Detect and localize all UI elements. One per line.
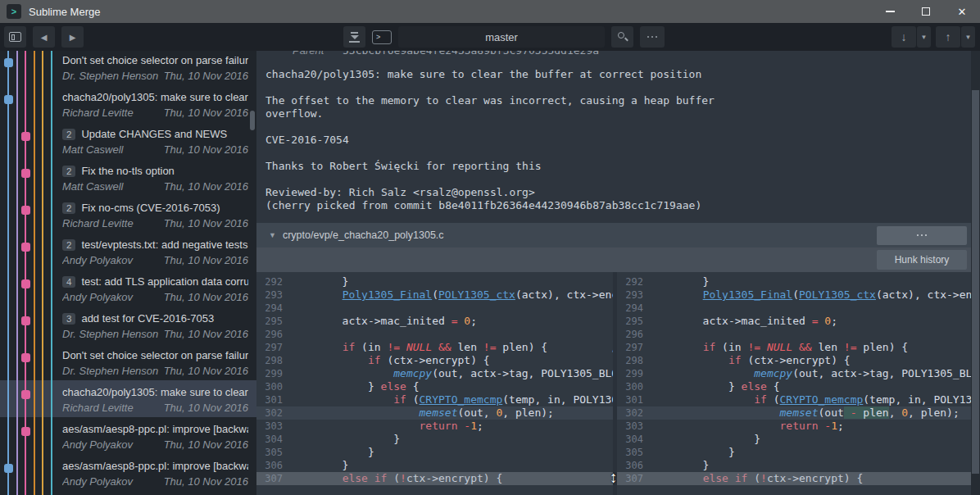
close-button[interactable]: ✕ [944, 0, 980, 23]
commit-date: Thu, 10 Nov 2016 [164, 107, 248, 119]
commit-row[interactable]: aes/asm/aesp8-ppc.pl: improve [backward]… [0, 454, 256, 491]
commit-author: Matt Caswell [62, 143, 123, 156]
code-text: if (in != NULL && len != plen) { /* tls [651, 341, 980, 354]
code-text: memcpy(out, actx->tag, POLY1305_BLOCK_S [651, 367, 980, 380]
resize-cursor-icon: ↕ [610, 469, 618, 487]
commit-date: Thu, 10 Nov 2016 [164, 402, 248, 414]
diff-line: 295 actx->mac_inited = 0; [256, 315, 613, 328]
code-text: else if (!ctx->encrypt) { [291, 472, 502, 485]
diff-line: 302 memset(out, 0, plen); [256, 406, 613, 420]
commit-row[interactable]: 2Update CHANGES and NEWSMatt CaswellThu,… [0, 122, 256, 159]
commit-row[interactable]: 2Fix the no-tls optionMatt CaswellThu, 1… [0, 159, 256, 196]
search-icon [617, 31, 628, 43]
fetch-button[interactable] [343, 26, 365, 48]
commit-row[interactable]: chacha20/poly1305: make sure to clear th… [0, 85, 256, 122]
line-number: 307 [617, 472, 651, 485]
collapse-triangle-icon[interactable]: ▼ [269, 231, 276, 239]
titlebar: > Sublime Merge ✕ [0, 0, 980, 23]
toolbar-left-group: ◀ ▶ [4, 26, 84, 48]
diff-file-header[interactable]: ▼ crypto/evp/e_chacha20_poly1305.c [256, 223, 980, 248]
sidebar-scrollbar-thumb[interactable] [250, 111, 255, 130]
commit-row[interactable]: 2Fix no-cms (CVE-2016-7053)Richard Levit… [0, 196, 256, 233]
main-panel: Parent 53cbcbf6e9abe4fe2433a89bf3c970355… [256, 51, 980, 495]
forward-button[interactable]: ▶ [61, 26, 84, 48]
search-button[interactable] [611, 26, 633, 48]
commit-list: Don't set choice selector on parse failu… [0, 51, 256, 491]
commit-author: Richard Levitte [62, 107, 134, 119]
commit-row[interactable]: Don't set choice selector on parse failu… [0, 343, 256, 380]
commit-row[interactable]: Don't set choice selector on parse failu… [0, 51, 256, 85]
diff-line: 297 if (in != NULL && len != plen) { /* … [256, 341, 613, 354]
code-text: } [651, 459, 709, 472]
line-number: 294 [617, 302, 651, 315]
line-number: 301 [617, 393, 651, 406]
commit-row[interactable]: 4test: add TLS application data corrupti… [0, 270, 256, 307]
file-more-button[interactable] [877, 226, 967, 245]
diff-line: 306 } [617, 459, 980, 472]
commit-row[interactable]: 2test/evptests.txt: add negative tests f… [0, 233, 256, 270]
commit-date: Thu, 10 Nov 2016 [164, 328, 248, 340]
main-scrollbar[interactable] [971, 51, 980, 495]
commit-row[interactable]: aes/asm/aesp8-ppc.pl: improve [backward]… [0, 417, 256, 454]
diff-line: 292 } [617, 275, 980, 288]
commit-message-line [265, 173, 964, 186]
line-number: 300 [256, 380, 291, 393]
commit-message-line: chacha20/poly1305: make sure to clear th… [265, 68, 964, 81]
graph-branch-line [34, 51, 35, 495]
code-text: } [651, 275, 709, 288]
window-controls: ✕ [872, 0, 980, 23]
commit-count-badge: 2 [62, 202, 75, 214]
diff-line: 297 if (in != NULL && len != plen) { /* … [617, 341, 980, 354]
line-number: 299 [617, 367, 651, 380]
diff-line: 292 } [256, 275, 613, 288]
hunk-history-button[interactable]: Hunk history [877, 250, 967, 270]
code-text: } [651, 433, 760, 446]
toggle-sidebar-button[interactable] [4, 26, 26, 48]
diff-line: 305 } [617, 446, 980, 459]
diff-line: 306 } [256, 459, 613, 472]
line-number: 298 [256, 354, 291, 367]
back-button[interactable]: ◀ [33, 26, 55, 48]
commit-author: Andy Polyakov [62, 254, 133, 266]
code-text: } else { [651, 380, 780, 393]
code-text: if (CRYPTO_memcmp(temp, in, POLY1305_BL [291, 393, 613, 406]
pull-options-button[interactable]: ▼ [917, 26, 931, 48]
content: Don't set choice selector on parse failu… [0, 51, 980, 495]
diff-line: 299 memcpy(out, actx->tag, POLY1305_BLOC… [617, 367, 980, 380]
push-button[interactable]: ↑ [936, 26, 960, 48]
commit-date: Thu, 10 Nov 2016 [164, 217, 248, 229]
sublime-merge-logo-icon: > [7, 4, 21, 19]
hunk-header-bar: Hunk history [256, 248, 980, 272]
diff-line: 303 return -1; [617, 420, 980, 433]
pull-button[interactable]: ↓ [892, 26, 916, 48]
commit-date: Thu, 10 Nov 2016 [164, 475, 248, 488]
toolbar-more-button[interactable] [640, 26, 665, 48]
graph-branch-line [16, 51, 18, 495]
code-text: else if (!ctx->encrypt) { [651, 472, 863, 485]
file-path: crypto/evp/e_chacha20_poly1305.c [283, 229, 444, 241]
commit-row[interactable]: 3add test for CVE-2016-7053Dr. Stephen H… [0, 307, 256, 343]
line-number: 293 [617, 288, 651, 302]
code-text: } [291, 433, 400, 446]
line-number: 302 [256, 406, 291, 420]
maximize-button[interactable] [908, 0, 944, 23]
diff-line: 307 else if (!ctx->encrypt) { [256, 472, 613, 485]
diff-pane-left: 292 }293 Poly1305_Final(POLY1305_ctx(act… [256, 272, 613, 495]
minimize-button[interactable] [872, 0, 908, 23]
terminal-icon[interactable]: > [372, 30, 392, 44]
branch-selector[interactable]: master [398, 26, 605, 48]
diff-line: 294 [617, 302, 980, 315]
commit-dot-icon [4, 58, 13, 67]
main-scrollbar-thumb[interactable] [972, 90, 979, 474]
diff-line: 294 [256, 302, 613, 315]
pull-button-group: ↓ ▼ [892, 26, 931, 48]
code-text: if (ctx->encrypt) { [291, 354, 490, 367]
commit-row[interactable]: chacha20/poly1305: make sure to clear th… [0, 380, 256, 417]
commit-message: chacha20/poly1305: make sure to clear th… [265, 68, 964, 212]
line-number: 307 [256, 472, 291, 485]
commit-title: Fix the no-tls option [81, 165, 174, 177]
toolbar: ◀ ▶ > master ↓ ▼ ↑ ▼ [0, 23, 980, 51]
push-options-button[interactable]: ▼ [961, 26, 975, 48]
parent-hash[interactable]: 53cbcbf6e9abe4fe2433a89bf3c970355dd1e29a [343, 51, 599, 57]
commit-date: Thu, 10 Nov 2016 [164, 438, 248, 451]
